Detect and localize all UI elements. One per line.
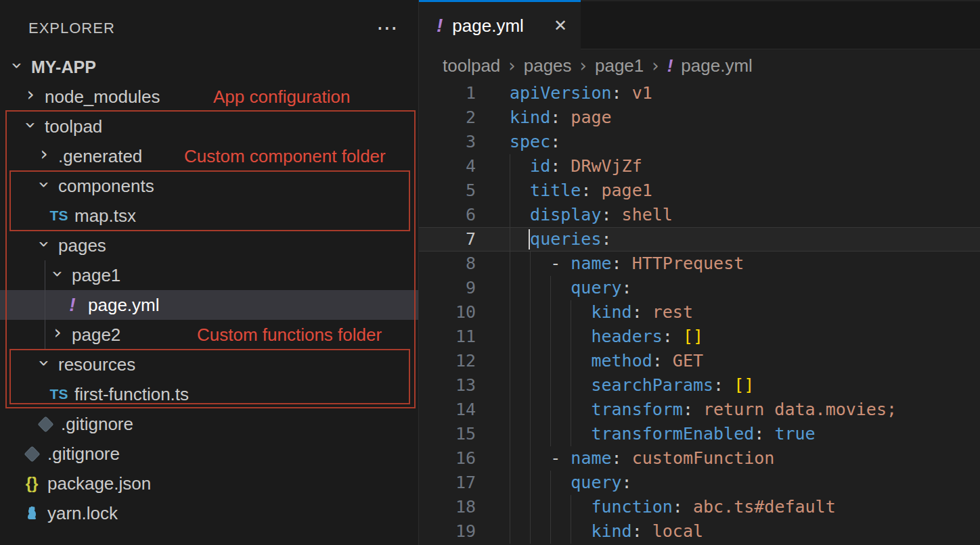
code-line-4[interactable]: 4 id: DRwVjZf xyxy=(419,154,980,179)
code-line-3[interactable]: 3spec: xyxy=(419,130,980,154)
annotation-text: Custom functions folder xyxy=(197,325,382,346)
line-number: 17 xyxy=(419,471,476,495)
line-number: 9 xyxy=(419,276,476,300)
tree-item-node-modules[interactable]: ›node_modulesApp configuration xyxy=(0,82,418,112)
git-file-icon xyxy=(22,448,42,460)
code-line-text: queries: xyxy=(510,227,612,252)
code-line-15[interactable]: 15 transformEnabled: true xyxy=(419,422,980,446)
tree-item--gitignore[interactable]: .gitignore xyxy=(0,439,418,469)
code-line-16[interactable]: 16 - name: customFunction xyxy=(419,446,980,471)
chevron-right-icon[interactable]: › xyxy=(49,323,66,342)
tree-item-components[interactable]: ›components xyxy=(0,171,418,201)
tree-item-pages[interactable]: ›pages xyxy=(0,231,418,260)
code-line-12[interactable]: 12 method: GET xyxy=(419,349,980,373)
code-line-text: transformEnabled: true xyxy=(510,422,816,446)
code-line-10[interactable]: 10 kind: rest xyxy=(419,300,980,325)
code-line-text: transform: return data.movies; xyxy=(510,398,897,422)
code-line-11[interactable]: 11 headers: [] xyxy=(419,325,980,349)
line-number: 18 xyxy=(419,495,476,519)
tree-item-map-tsx[interactable]: TSmap.tsx xyxy=(0,201,418,231)
code-line-7[interactable]: 7 queries: xyxy=(419,227,980,252)
tab-page-yml[interactable]: ! page.yml ✕ xyxy=(419,0,581,49)
tree-item-label: .gitignore xyxy=(61,414,133,435)
code-line-14[interactable]: 14 transform: return data.movies; xyxy=(419,398,980,422)
tree-item-label: package.json xyxy=(47,473,151,494)
yaml-warning-icon: ! xyxy=(437,15,443,37)
code-editor[interactable]: 1apiVersion: v12kind: page3spec:4 id: DR… xyxy=(419,81,980,544)
code-line-text: id: DRwVjZf xyxy=(510,154,642,179)
code-line-text: query: xyxy=(510,276,632,300)
tree-item-package-json[interactable]: {}package.json xyxy=(0,469,418,498)
chevron-down-icon[interactable]: › xyxy=(35,235,53,253)
code-line-text: kind: rest xyxy=(510,300,693,325)
file-tree: ›MY-APP›node_modulesApp configuration›to… xyxy=(0,52,418,528)
code-line-18[interactable]: 18 function: abc.ts#default xyxy=(419,495,980,519)
breadcrumb-separator: › xyxy=(508,55,515,76)
tree-item-my-app[interactable]: ›MY-APP xyxy=(0,52,418,82)
yarn-file-icon xyxy=(22,504,42,522)
code-line-19[interactable]: 19 kind: local xyxy=(419,519,980,544)
annotation-text: Custom component folder xyxy=(184,146,386,167)
tree-item-resources[interactable]: ›resources xyxy=(0,350,418,379)
line-number: 5 xyxy=(419,179,476,203)
tree-item-label: page1 xyxy=(72,265,120,286)
tree-item-label: page2 xyxy=(72,325,120,346)
chevron-right-icon[interactable]: › xyxy=(35,145,53,164)
annotation-text: App configuration xyxy=(213,87,350,108)
text-cursor xyxy=(529,229,530,250)
code-line-text: headers: [] xyxy=(510,325,703,349)
chevron-down-icon[interactable]: › xyxy=(35,176,53,193)
line-number: 13 xyxy=(419,373,476,398)
tree-item-label: yarn.lock xyxy=(47,503,118,524)
tree-item-page2[interactable]: ›page2Custom functions folder xyxy=(0,320,418,350)
tree-item--gitignore[interactable]: .gitignore xyxy=(0,409,418,439)
breadcrumb: toolpad›pages›page1›!page.yml xyxy=(419,50,980,81)
more-actions-icon[interactable]: ⋯ xyxy=(376,15,398,41)
tree-item-label: page.yml xyxy=(88,295,160,316)
chevron-down-icon[interactable]: › xyxy=(35,354,53,372)
tree-item-page1[interactable]: ›page1 xyxy=(0,260,418,290)
code-line-text: kind: local xyxy=(510,519,703,544)
code-line-6[interactable]: 6 display: shell xyxy=(419,203,980,227)
explorer-sidebar: EXPLORER ⋯ ›MY-APP›node_modulesApp confi… xyxy=(0,0,418,545)
breadcrumb-item-pages[interactable]: pages xyxy=(524,55,572,76)
chevron-right-icon[interactable]: › xyxy=(22,85,39,104)
code-line-8[interactable]: 8 - name: HTTPrequest xyxy=(419,252,980,276)
typescript-file-icon: TS xyxy=(49,208,69,224)
chevron-down-icon[interactable]: › xyxy=(21,116,40,134)
chevron-down-icon[interactable]: › xyxy=(48,265,67,283)
code-line-text: - name: HTTPrequest xyxy=(510,252,744,276)
code-line-text: - name: customFunction xyxy=(510,446,774,471)
code-line-text: spec: xyxy=(510,130,560,154)
code-line-5[interactable]: 5 title: page1 xyxy=(419,179,980,203)
code-line-9[interactable]: 9 query: xyxy=(419,276,980,300)
tree-item-label: resources xyxy=(58,354,135,375)
line-number: 3 xyxy=(419,130,476,154)
breadcrumb-item-toolpad[interactable]: toolpad xyxy=(443,55,500,76)
code-line-text: kind: page xyxy=(510,105,612,130)
code-line-text: searchParams: [] xyxy=(510,373,754,398)
tree-item-toolpad[interactable]: ›toolpad xyxy=(0,112,418,141)
code-line-13[interactable]: 13 searchParams: [] xyxy=(419,373,980,398)
code-line-text: title: page1 xyxy=(510,179,652,203)
chevron-down-icon[interactable]: › xyxy=(7,57,26,74)
code-line-text: query: xyxy=(510,471,632,495)
close-tab-icon[interactable]: ✕ xyxy=(554,16,567,35)
json-file-icon: {} xyxy=(22,474,42,493)
line-number: 19 xyxy=(419,519,476,544)
tree-item-first-function-ts[interactable]: TSfirst-function.ts xyxy=(0,379,418,409)
code-line-17[interactable]: 17 query: xyxy=(419,471,980,495)
tree-item-yarn-lock[interactable]: yarn.lock xyxy=(0,498,418,528)
tree-indent-guide xyxy=(45,260,45,350)
breadcrumb-item-page-yml[interactable]: page.yml xyxy=(681,55,753,76)
explorer-header: EXPLORER ⋯ xyxy=(0,0,418,52)
line-number: 15 xyxy=(419,422,476,446)
tree-item--generated[interactable]: ›.generatedCustom component folder xyxy=(0,141,418,171)
typescript-file-icon: TS xyxy=(49,386,69,402)
tree-item-page-yml[interactable]: !page.yml xyxy=(0,290,418,320)
code-line-1[interactable]: 1apiVersion: v1 xyxy=(419,81,980,105)
code-line-text: apiVersion: v1 xyxy=(510,81,652,105)
code-line-2[interactable]: 2kind: page xyxy=(419,105,980,130)
yaml-warning-icon: ! xyxy=(667,55,673,76)
breadcrumb-item-page1[interactable]: page1 xyxy=(595,55,644,76)
